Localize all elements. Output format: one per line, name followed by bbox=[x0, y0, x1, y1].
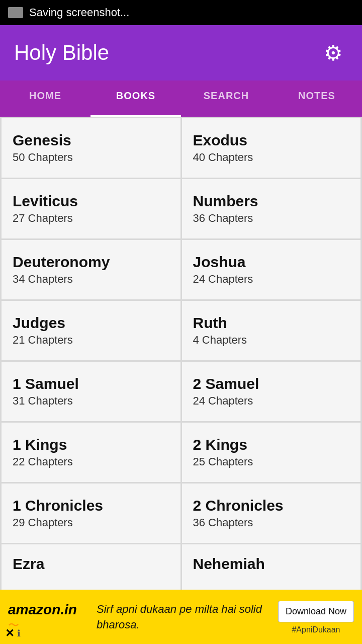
book-name: 2 Kings bbox=[193, 436, 351, 453]
book-chapters: 4 Chapters bbox=[193, 334, 351, 347]
book-name: Exodus bbox=[193, 132, 351, 149]
ad-info-icon[interactable]: ℹ bbox=[17, 628, 21, 639]
tab-bar: HOME BOOKS SEARCH NOTES bbox=[0, 80, 362, 117]
app-title: Holy Bible bbox=[14, 41, 109, 65]
book-name: 2 Samuel bbox=[193, 375, 351, 392]
book-chapters: 34 Chapters bbox=[13, 273, 170, 286]
book-chapters: 22 Chapters bbox=[13, 455, 170, 468]
book-chapters: 27 Chapters bbox=[13, 212, 170, 225]
book-chapters: 24 Chapters bbox=[193, 394, 351, 408]
book-chapters: 25 Chapters bbox=[193, 455, 351, 468]
book-name: 1 Samuel bbox=[13, 375, 170, 392]
book-chapters: 21 Chapters bbox=[13, 334, 170, 347]
book-name: Ruth bbox=[193, 314, 351, 332]
app-header: Holy Bible ⚙ bbox=[0, 25, 362, 80]
tab-notes[interactable]: NOTES bbox=[272, 80, 362, 117]
book-name: 2 Chronicles bbox=[193, 497, 351, 514]
book-card-joshua[interactable]: Joshua 24 Chapters bbox=[182, 240, 361, 299]
book-chapters: 29 Chapters bbox=[13, 516, 170, 529]
book-name: 1 Kings bbox=[13, 436, 170, 453]
book-card-ezra[interactable]: Ezra bbox=[2, 544, 180, 590]
book-card-2-samuel[interactable]: 2 Samuel 24 Chapters bbox=[182, 362, 361, 421]
book-name: Numbers bbox=[193, 193, 351, 210]
tab-home[interactable]: HOME bbox=[0, 80, 90, 117]
book-chapters: 31 Chapters bbox=[13, 394, 170, 408]
tab-books[interactable]: BOOKS bbox=[90, 80, 181, 117]
book-card-nehemiah[interactable]: Nehemiah bbox=[182, 544, 361, 590]
tab-search[interactable]: SEARCH bbox=[181, 80, 272, 117]
book-chapters: 40 Chapters bbox=[193, 151, 351, 164]
ad-download-button[interactable]: Download Now bbox=[278, 601, 354, 622]
book-card-ruth[interactable]: Ruth 4 Chapters bbox=[182, 301, 361, 360]
ad-close-button[interactable]: ✕ bbox=[5, 627, 14, 640]
book-card-1-kings[interactable]: 1 Kings 22 Chapters bbox=[2, 423, 180, 482]
partial-book-row: Ezra Nehemiah bbox=[0, 544, 362, 590]
book-card-judges[interactable]: Judges 21 Chapters bbox=[2, 301, 180, 360]
ad-close-area: ✕ ℹ bbox=[5, 627, 21, 640]
book-card-exodus[interactable]: Exodus 40 Chapters bbox=[182, 118, 361, 178]
book-card-deuteronomy[interactable]: Deuteronomy 34 Chapters bbox=[2, 240, 180, 299]
book-chapters: 50 Chapters bbox=[13, 151, 170, 164]
status-icon bbox=[8, 7, 23, 18]
book-name: 1 Chronicles bbox=[13, 497, 170, 514]
book-card-genesis[interactable]: Genesis 50 Chapters bbox=[2, 118, 180, 178]
book-card-leviticus[interactable]: Leviticus 27 Chapters bbox=[2, 179, 180, 238]
book-name: Genesis bbox=[13, 132, 170, 149]
book-card-numbers[interactable]: Numbers 36 Chapters bbox=[182, 179, 361, 238]
book-name: Leviticus bbox=[13, 193, 170, 210]
ad-right-section: Download Now #ApniDukaan bbox=[278, 601, 354, 634]
settings-icon[interactable]: ⚙ bbox=[324, 41, 348, 65]
status-bar: Saving screenshot... bbox=[0, 0, 362, 25]
book-card-2-chronicles[interactable]: 2 Chronicles 36 Chapters bbox=[182, 484, 361, 543]
book-name: Joshua bbox=[193, 254, 351, 271]
book-name: Deuteronomy bbox=[13, 254, 170, 271]
book-card-1-chronicles[interactable]: 1 Chronicles 29 Chapters bbox=[2, 484, 180, 543]
book-card-1-samuel[interactable]: 1 Samuel 31 Chapters bbox=[2, 362, 180, 421]
ad-banner: ✕ ℹ amazon.in 〜 Sirf apni dukaan pe milt… bbox=[0, 590, 362, 644]
amazon-text: amazon.in bbox=[8, 602, 77, 618]
book-card-2-kings[interactable]: 2 Kings 25 Chapters bbox=[182, 423, 361, 482]
book-chapters: 24 Chapters bbox=[193, 273, 351, 286]
book-grid: Genesis 50 Chapters Exodus 40 Chapters L… bbox=[0, 117, 362, 544]
status-text: Saving screenshot... bbox=[29, 6, 129, 19]
book-name: Judges bbox=[13, 314, 170, 332]
book-chapters: 36 Chapters bbox=[193, 212, 351, 225]
book-chapters: 36 Chapters bbox=[193, 516, 351, 529]
ad-hashtag: #ApniDukaan bbox=[292, 625, 340, 634]
ad-text: Sirf apni dukaan pe milta hai solid bhar… bbox=[97, 602, 270, 633]
